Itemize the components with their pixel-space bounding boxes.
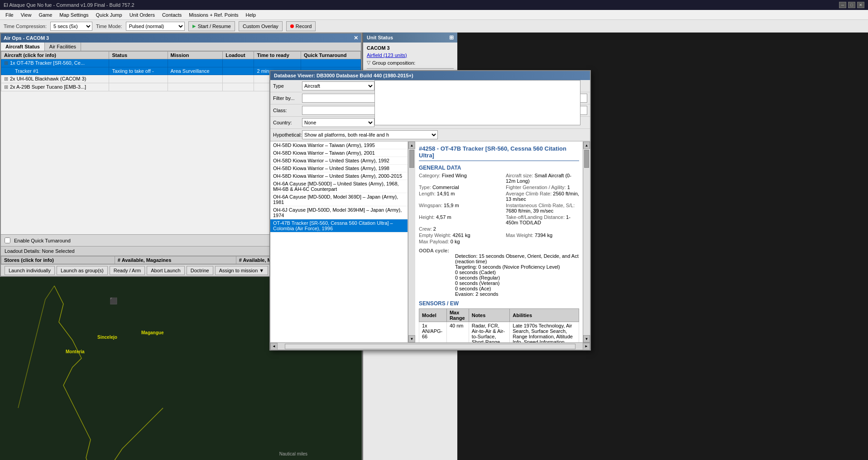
table-row[interactable]: ⊞1x OT-47B Tracker [SR-560, Ce... bbox=[1, 59, 361, 67]
db-horizontal-scrollbar[interactable] bbox=[285, 344, 575, 349]
col-abilities: Abilities bbox=[510, 309, 579, 322]
db-filter-section: Type Aircraft Ship Land Unit Filter by..… bbox=[270, 80, 590, 142]
db-country-select[interactable]: None Colombia United States bbox=[302, 118, 374, 127]
unit-airfield-field: Airfield (123 units) bbox=[367, 52, 454, 58]
toolbar: Time Compression: 5 secs (5x) 1 sec (1x)… bbox=[0, 20, 868, 33]
db-content: OH-58D Kiowa Warrior – Taiwan (Army), 19… bbox=[270, 142, 590, 342]
start-resume-button[interactable]: ▶ Start / Resume bbox=[188, 21, 235, 31]
time-mode-select[interactable]: Pulsed (normal) Continuous bbox=[126, 22, 185, 31]
db-field-max-payload: Max Payload: 0 kg bbox=[419, 239, 492, 244]
db-sensors-table: Model Max Range Notes Abilities 1x AN/AP… bbox=[419, 308, 579, 342]
scroll-down-button[interactable]: ▼ bbox=[583, 335, 590, 342]
scroll-thumb[interactable] bbox=[584, 150, 589, 168]
menu-view[interactable]: View bbox=[17, 11, 35, 19]
scroll-down-button[interactable]: ▼ bbox=[408, 335, 415, 342]
menu-missions[interactable]: Missions + Ref. Points bbox=[185, 11, 242, 19]
map-unit-icon[interactable]: ⬛ bbox=[110, 297, 117, 304]
launch-as-groups-button[interactable]: Launch as group(s) bbox=[57, 266, 108, 275]
nautical-miles-label: Nautical miles bbox=[279, 451, 307, 456]
list-item[interactable]: OH-6J Cayuse [MD-500D, Model 369HM] – Ja… bbox=[270, 206, 408, 219]
title-bar-text: El Ataque Que No fue - Command v1.09 Fin… bbox=[4, 2, 134, 8]
launch-individually-button[interactable]: Launch individually bbox=[5, 266, 55, 275]
scroll-track[interactable] bbox=[583, 149, 590, 335]
col-stores: Stores (click for info) bbox=[1, 256, 115, 264]
db-hypothetical-row: Hypothetical: Show all platforms, both r… bbox=[270, 129, 590, 141]
db-field-fighter-gen: Fighter Generation / Agility: 1 bbox=[506, 185, 579, 190]
time-compression-label: Time Compression: bbox=[4, 24, 47, 29]
scroll-up-button[interactable]: ▲ bbox=[408, 142, 415, 149]
db-aircraft-list[interactable]: OH-58D Kiowa Warrior – Taiwan (Army), 19… bbox=[270, 142, 408, 342]
col-quick-turnaround: Quick Turnaround bbox=[301, 52, 360, 59]
db-fields-grid: Category: Fixed Wing Aircraft size: Smal… bbox=[419, 173, 579, 244]
db-field-avg-climb: Average Climb Rate: 2560 ft/min, 13 m/se… bbox=[506, 191, 579, 202]
record-button[interactable]: Record bbox=[286, 21, 316, 31]
menu-map-settings[interactable]: Map Settings bbox=[56, 11, 92, 19]
close-button[interactable]: ✕ bbox=[857, 2, 864, 8]
scroll-right-button[interactable]: ► bbox=[583, 343, 590, 350]
divider bbox=[367, 68, 454, 69]
list-item[interactable]: OH-58D Kiowa Warrior – United States (Ar… bbox=[270, 172, 408, 180]
menu-contacts[interactable]: Contacts bbox=[158, 11, 185, 19]
tab-air-facilities[interactable]: Air Facilities bbox=[45, 43, 81, 51]
menu-game[interactable]: Game bbox=[35, 11, 56, 19]
ready-arm-button[interactable]: Ready / Arm bbox=[110, 266, 145, 275]
unit-name-field: CACOM 3 bbox=[367, 45, 454, 51]
expand-icon[interactable]: ⊞ bbox=[4, 60, 8, 66]
expand-icon[interactable]: ⊞ bbox=[4, 76, 8, 81]
list-item[interactable]: OH-58D Kiowa Warrior – United States (Ar… bbox=[270, 165, 408, 172]
scroll-left-button[interactable]: ◄ bbox=[270, 343, 278, 350]
map-label-sincelejo: Sincelejo bbox=[97, 335, 117, 340]
list-item[interactable]: OH-6A Cayuse [MD-500D, Model 369D] – Jap… bbox=[270, 193, 408, 206]
db-sensors-header: SENSORS / EW bbox=[419, 300, 579, 307]
list-item[interactable]: OH-58D Kiowa Warrior – Taiwan (Army), 19… bbox=[270, 142, 408, 149]
list-item-selected[interactable]: OT-47B Tracker [SR-560, Cessna 560 Citat… bbox=[270, 219, 408, 232]
play-icon: ▶ bbox=[192, 24, 196, 28]
list-item[interactable]: OH-6A Cayuse [MD-500D] – United States (… bbox=[270, 180, 408, 193]
expand-icon[interactable]: ⊞ bbox=[4, 84, 8, 90]
tab-aircraft-status[interactable]: Aircraft Status bbox=[1, 43, 45, 51]
air-ops-close-button[interactable]: ✕ bbox=[354, 35, 358, 41]
col-loadout: Loadout bbox=[223, 52, 254, 59]
time-compression-select[interactable]: 5 secs (5x) 1 sec (1x) 15 secs (15x) 30 … bbox=[50, 22, 92, 31]
db-field-category: Category: Fixed Wing bbox=[419, 173, 492, 184]
custom-overlay-button[interactable]: Custom Overlay bbox=[239, 21, 283, 31]
list-item[interactable]: OH-58D Kiowa Warrior – Taiwan (Army), 20… bbox=[270, 149, 408, 157]
minimize-button[interactable]: ─ bbox=[839, 2, 846, 8]
db-field-instant-climb: Instantaneous Climb Rate, S/L: 7680 ft/m… bbox=[506, 203, 579, 213]
maximize-button[interactable]: □ bbox=[848, 2, 855, 8]
unit-status-collapse-icon[interactable]: ⊞ bbox=[449, 34, 454, 41]
db-country-label: Country: bbox=[273, 120, 300, 125]
db-type-select[interactable]: Aircraft Ship Land Unit bbox=[302, 81, 374, 90]
db-ooda-label: OODA cycle: bbox=[419, 248, 449, 253]
menu-unit-orders[interactable]: Unit Orders bbox=[126, 11, 158, 19]
col-aircraft: Aircraft (click for info) bbox=[1, 52, 109, 59]
enable-quick-turnaround-checkbox[interactable] bbox=[5, 237, 10, 243]
db-class-label: Class: bbox=[273, 108, 300, 113]
collapse-arrow-icon[interactable]: ▽ bbox=[367, 60, 370, 66]
scroll-up-button[interactable]: ▲ bbox=[583, 142, 590, 149]
db-hypothetical-select[interactable]: Show all platforms, both real-life and h bbox=[302, 130, 438, 139]
menu-file[interactable]: File bbox=[2, 11, 17, 19]
airfield-link[interactable]: Airfield (123 units) bbox=[367, 52, 407, 58]
abort-launch-button[interactable]: Abort Launch bbox=[147, 266, 184, 275]
scroll-thumb[interactable] bbox=[409, 150, 414, 168]
menu-help[interactable]: Help bbox=[242, 11, 259, 19]
scroll-track[interactable] bbox=[408, 149, 415, 335]
db-field-height: Height: 4,57 m bbox=[419, 214, 492, 225]
db-list-panel: OH-58D Kiowa Warrior – Taiwan (Army), 19… bbox=[270, 142, 415, 342]
list-item[interactable]: OH-58D Kiowa Warrior – United States (Ar… bbox=[270, 157, 408, 165]
database-viewer: Database Viewer: DB3000 Database Build 4… bbox=[269, 70, 591, 351]
db-viewer-titlebar: Database Viewer: DB3000 Database Build 4… bbox=[270, 71, 590, 80]
db-field-takeoff: Take-off/Landing Distance: 1-450m TOD/LA… bbox=[506, 214, 579, 225]
db-list-scrollbar[interactable]: ▲ ▼ bbox=[408, 142, 415, 342]
menu-quick-jump[interactable]: Quick Jump bbox=[92, 11, 126, 19]
db-type-row: Type Aircraft Ship Land Unit bbox=[270, 80, 590, 92]
window-controls[interactable]: ─ □ ✕ bbox=[839, 2, 864, 8]
doctrine-button[interactable]: Doctrine bbox=[187, 266, 213, 275]
menu-bar: File View Game Map Settings Quick Jump U… bbox=[0, 10, 868, 20]
group-composition-field: ▽ Group composition: bbox=[367, 60, 454, 66]
db-detail-scrollbar[interactable]: ▲ ▼ bbox=[583, 142, 590, 342]
assign-to-mission-button[interactable]: Assign to mission ▼ bbox=[215, 266, 269, 275]
db-type-list bbox=[374, 80, 580, 125]
map-label-monteria: Monteria bbox=[66, 349, 85, 354]
